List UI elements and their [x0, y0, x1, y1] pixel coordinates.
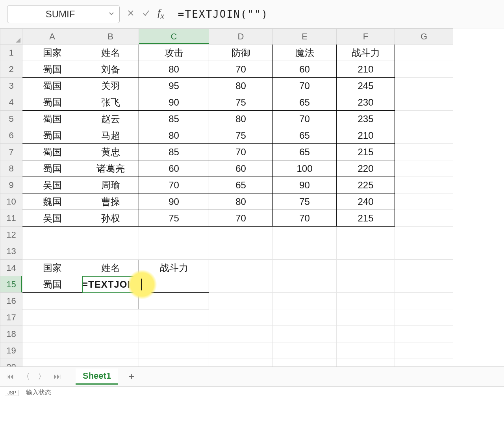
cell-C8[interactable]: 60 — [139, 160, 209, 177]
cell-C11[interactable]: 75 — [139, 210, 209, 227]
cell-C5[interactable]: 85 — [139, 111, 209, 127]
cell-F4[interactable]: 230 — [337, 94, 395, 111]
cell-F17[interactable] — [337, 309, 395, 326]
cell-G9[interactable] — [395, 177, 453, 193]
row-header-3[interactable]: 3 — [0, 78, 22, 94]
cell-D10[interactable]: 80 — [209, 193, 273, 210]
cell-F11[interactable]: 215 — [337, 210, 395, 227]
cell-G7[interactable] — [395, 144, 453, 160]
cell-G4[interactable] — [395, 94, 453, 111]
cell-C17[interactable] — [139, 309, 209, 326]
cell-A5[interactable]: 蜀国 — [22, 111, 82, 127]
cell-C6[interactable]: 80 — [139, 127, 209, 144]
cell-F14[interactable] — [337, 260, 395, 276]
cell-G17[interactable] — [395, 309, 453, 326]
row-header-19[interactable]: 19 — [0, 342, 22, 359]
col-header-A[interactable]: A — [22, 29, 82, 45]
cell-F8[interactable]: 220 — [337, 160, 395, 177]
col-header-B[interactable]: B — [82, 29, 139, 45]
cell-D7[interactable]: 70 — [209, 144, 273, 160]
cell-F1[interactable]: 战斗力 — [337, 45, 395, 61]
cell-D6[interactable]: 75 — [209, 127, 273, 144]
cell-C1[interactable]: 攻击 — [139, 45, 209, 61]
cell-G14[interactable] — [395, 260, 453, 276]
cell-B13[interactable] — [82, 243, 139, 260]
cell-A8[interactable]: 蜀国 — [22, 160, 82, 177]
col-header-C[interactable]: C — [139, 29, 209, 45]
cell-D9[interactable]: 65 — [209, 177, 273, 193]
cell-B9[interactable]: 周瑜 — [82, 177, 139, 193]
cell-F5[interactable]: 235 — [337, 111, 395, 127]
cell-F20[interactable] — [337, 359, 395, 367]
col-header-F[interactable]: F — [337, 29, 395, 45]
cell-E5[interactable]: 70 — [273, 111, 337, 127]
cell-F18[interactable] — [337, 326, 395, 342]
spreadsheet-grid[interactable]: ABCDEFG1国家姓名攻击防御魔法战斗力2蜀国刘备8070602103蜀国关羽… — [0, 28, 504, 366]
cell-A3[interactable]: 蜀国 — [22, 78, 82, 94]
cell-C9[interactable]: 70 — [139, 177, 209, 193]
cell-A18[interactable] — [22, 326, 82, 342]
cell-F19[interactable] — [337, 342, 395, 359]
cell-F7[interactable]: 215 — [337, 144, 395, 160]
row-header-20[interactable]: 20 — [0, 359, 22, 367]
cell-E4[interactable]: 65 — [273, 94, 337, 111]
cell-F9[interactable]: 225 — [337, 177, 395, 193]
col-header-G[interactable]: G — [395, 29, 453, 45]
cell-D5[interactable]: 80 — [209, 111, 273, 127]
cell-G18[interactable] — [395, 326, 453, 342]
row-header-10[interactable]: 10 — [0, 193, 22, 210]
cell-B19[interactable] — [82, 342, 139, 359]
cell-B18[interactable] — [82, 326, 139, 342]
row-header-13[interactable]: 13 — [0, 243, 22, 260]
cell-D18[interactable] — [209, 326, 273, 342]
cell-E10[interactable]: 75 — [273, 193, 337, 210]
cell-E15[interactable] — [273, 276, 337, 293]
cell-B5[interactable]: 赵云 — [82, 111, 139, 127]
cell-F16[interactable] — [337, 293, 395, 309]
cell-B2[interactable]: 刘备 — [82, 61, 139, 78]
row-header-1[interactable]: 1 — [0, 45, 22, 61]
cell-B8[interactable]: 诸葛亮 — [82, 160, 139, 177]
cell-E20[interactable] — [273, 359, 337, 367]
cell-E13[interactable] — [273, 243, 337, 260]
cell-G20[interactable] — [395, 359, 453, 367]
cell-B10[interactable]: 曹操 — [82, 193, 139, 210]
cell-A19[interactable] — [22, 342, 82, 359]
cell-E11[interactable]: 70 — [273, 210, 337, 227]
row-header-6[interactable]: 6 — [0, 127, 22, 144]
cell-D13[interactable] — [209, 243, 273, 260]
row-header-14[interactable]: 14 — [0, 260, 22, 276]
cell-A6[interactable]: 蜀国 — [22, 127, 82, 144]
chevron-down-icon[interactable] — [108, 9, 115, 19]
cell-B4[interactable]: 张飞 — [82, 94, 139, 111]
cell-A20[interactable] — [22, 359, 82, 367]
cell-D16[interactable] — [209, 293, 273, 309]
cell-E18[interactable] — [273, 326, 337, 342]
row-header-5[interactable]: 5 — [0, 111, 22, 127]
cell-B14[interactable]: 姓名 — [82, 260, 139, 276]
cell-A9[interactable]: 吴国 — [22, 177, 82, 193]
cell-E17[interactable] — [273, 309, 337, 326]
next-sheet-icon[interactable]: 〉 — [36, 371, 47, 382]
cell-F15[interactable] — [337, 276, 395, 293]
cell-E3[interactable]: 70 — [273, 78, 337, 94]
cell-D17[interactable] — [209, 309, 273, 326]
first-sheet-icon[interactable]: ⏮ — [5, 372, 16, 381]
cell-D14[interactable] — [209, 260, 273, 276]
cell-D20[interactable] — [209, 359, 273, 367]
cell-A12[interactable] — [22, 227, 82, 243]
select-all-corner[interactable] — [0, 29, 22, 45]
cell-B15[interactable]: =TEXTJOIN("") — [82, 276, 139, 293]
cell-B3[interactable]: 关羽 — [82, 78, 139, 94]
cell-B1[interactable]: 姓名 — [82, 45, 139, 61]
cell-G13[interactable] — [395, 243, 453, 260]
cell-C16[interactable] — [139, 293, 209, 309]
cancel-icon[interactable] — [127, 9, 135, 19]
col-header-E[interactable]: E — [273, 29, 337, 45]
row-header-11[interactable]: 11 — [0, 210, 22, 227]
cell-E7[interactable]: 65 — [273, 144, 337, 160]
cell-D15[interactable] — [209, 276, 273, 293]
cell-E19[interactable] — [273, 342, 337, 359]
name-box[interactable]: SUMIF — [7, 5, 120, 23]
cell-G11[interactable] — [395, 210, 453, 227]
